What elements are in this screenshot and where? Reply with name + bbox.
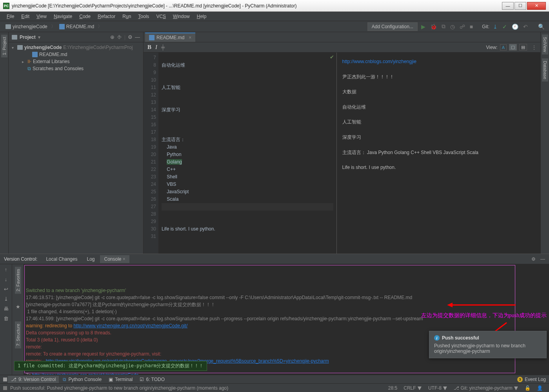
folder-icon	[5, 24, 11, 29]
main-body: 1: Project Project ▾ ⊕ ⯑ | ⚙ — ▾ yinzhen…	[0, 32, 549, 254]
minimize-button[interactable]: —	[502, 2, 514, 10]
hide-icon[interactable]: —	[135, 34, 140, 40]
menu-tools[interactable]: Tools	[135, 13, 152, 20]
up-icon[interactable]: ↑	[5, 267, 7, 272]
statusbar-toggle-icon[interactable]	[3, 386, 7, 390]
status-git-branch[interactable]: ⎇ Git: yinzhengjie-pycharm ⯆	[451, 385, 522, 391]
stop-icon[interactable]: ■	[469, 24, 474, 30]
view-split-button[interactable]: ▢	[509, 44, 517, 51]
status-encoding[interactable]: UTF-8 ⯆	[425, 385, 451, 391]
tree-scratches[interactable]: ⧉ Scratches and Consoles	[9, 65, 143, 72]
status-line-ending[interactable]: CRLF ⯆	[400, 385, 425, 391]
preview-link[interactable]: http://www.cnblogs.com/yinzhengjie	[342, 59, 416, 64]
coverage-icon[interactable]: ⧉	[440, 23, 447, 30]
event-log-button[interactable]: 3 Event Log	[517, 377, 546, 382]
code-editor[interactable]: 7891011121314151617181920212223242526272…	[144, 53, 336, 254]
tab-project[interactable]: 1: Project	[1, 34, 7, 57]
menu-refactor[interactable]: Refactor	[95, 13, 118, 20]
tool-todo[interactable]: ☑6: TODO	[136, 376, 168, 383]
project-panel: Project ▾ ⊕ ⯑ | ⚙ — ▾ yinzhengjieCode E:…	[9, 32, 144, 254]
trash-icon[interactable]: 🗑	[4, 316, 9, 321]
commit-status-bar[interactable]: 1 file committed: 这是Pycharm的yinzhengjie-…	[14, 361, 207, 371]
status-caret-pos[interactable]: 28:5	[385, 385, 400, 391]
menu-code[interactable]: Code	[76, 13, 93, 20]
tab-database[interactable]: Database	[542, 58, 548, 82]
vcs-commit-icon[interactable]: ✓	[501, 24, 508, 30]
tree-scratch-label: Scratches and Consoles	[33, 66, 84, 71]
status-message: Push successful: Pushed yinzhengjie-pych…	[7, 385, 231, 391]
editor-tab-label: README.md	[156, 35, 184, 40]
select-opened-icon[interactable]: ⯑	[117, 34, 122, 40]
main-menu: File Edit View Navigate Code Refactor Ru…	[0, 12, 549, 21]
push-success-notification[interactable]: iPush successful Pushed yinzhengjie-pych…	[429, 331, 547, 358]
tab-favorites[interactable]: 2: Favorites	[15, 267, 21, 294]
toolwindow-toggle-icon[interactable]	[3, 377, 7, 381]
vcs-history-icon[interactable]: 🕘	[511, 24, 520, 30]
print-icon[interactable]: 🖶	[4, 306, 9, 312]
menu-file[interactable]: File	[4, 13, 17, 20]
bottom-tool-strip: ⎇9: Version Control ⧉Python Console ▣Ter…	[0, 375, 549, 383]
vc-tab-console[interactable]: Console ×	[100, 255, 129, 263]
wrap-icon[interactable]: ↩	[4, 286, 8, 292]
hr-button[interactable]: ╪	[161, 44, 165, 50]
editor-tab-readme[interactable]: README.md ×	[145, 33, 195, 42]
tree-external-libraries[interactable]: ▸⊪ External Libraries	[9, 58, 143, 65]
menu-window[interactable]: Window	[170, 13, 193, 20]
vc-tab-log[interactable]: Log	[83, 255, 98, 263]
vcs-revert-icon[interactable]: ↶	[522, 24, 529, 30]
tree-root[interactable]: ▾ yinzhengjieCode E:\YinzhengjieCode\Pyc…	[9, 44, 143, 51]
gear-icon[interactable]: ⚙	[128, 34, 133, 40]
vc-tab-local[interactable]: Local Changes	[42, 255, 81, 263]
tree-extlib-label: External Libraries	[33, 59, 69, 64]
tool-python-console[interactable]: ⧉Python Console	[60, 376, 105, 383]
italic-button[interactable]: I	[155, 44, 157, 51]
maximize-button[interactable]: ☐	[514, 2, 526, 10]
code-content[interactable]: ✔ 自动化运维 人工智能 深度学习 主流语言： Java Python Gola…	[158, 53, 336, 254]
run-icon[interactable]: ▶	[420, 24, 427, 30]
menu-help[interactable]: Help	[194, 13, 209, 20]
vcs-update-icon[interactable]: ⤓	[492, 24, 499, 30]
view-label: View:	[486, 45, 498, 50]
menu-run[interactable]: Run	[120, 13, 134, 20]
project-tree[interactable]: ▾ yinzhengjieCode E:\YinzhengjieCode\Pyc…	[9, 42, 143, 74]
add-configuration-button[interactable]: Add Configuration...	[367, 22, 418, 31]
tree-file-readme[interactable]: README.md	[9, 51, 143, 58]
editor-area: README.md × B I ╪ View: A ▢ ▤ ⋮ 78910111…	[144, 32, 540, 254]
notification-title: Push successful	[442, 335, 479, 341]
view-source-button[interactable]: A	[500, 44, 507, 51]
close-button[interactable]: ✕	[527, 2, 546, 10]
debug-icon[interactable]: 🐞	[429, 24, 438, 30]
gear-icon[interactable]: ⚙	[531, 256, 536, 262]
menu-navigate[interactable]: Navigate	[51, 13, 75, 20]
tool-terminal[interactable]: ▣Terminal	[105, 376, 136, 383]
view-preview-button[interactable]: ▤	[519, 44, 527, 51]
close-icon[interactable]: ×	[189, 35, 191, 40]
status-readonly-icon[interactable]: 🔓	[522, 385, 534, 391]
window-titlebar: PC yinzhengjieCode [E:\YinzhengjieCode\P…	[0, 0, 549, 12]
preview-text: Life is short. I use python.	[342, 164, 535, 171]
profile-icon[interactable]: ◷	[449, 24, 456, 30]
breadcrumb-file[interactable]: README.md	[57, 23, 96, 30]
tool-version-control[interactable]: ⎇9: Version Control	[8, 376, 59, 383]
tab-structure[interactable]: 7: Structure	[15, 321, 21, 348]
toolbar-more-icon[interactable]: ⋮	[532, 45, 536, 50]
menu-vcs[interactable]: VCS	[153, 13, 169, 20]
pycharm-icon: PC	[3, 3, 9, 9]
hide-icon[interactable]: —	[540, 256, 545, 262]
status-memory-icon[interactable]: 👤	[534, 385, 546, 391]
tree-root-label: yinzhengjieCode	[24, 45, 62, 50]
down-icon[interactable]: ↓	[5, 276, 7, 282]
markdown-icon	[149, 35, 155, 40]
search-icon[interactable]: 🔍	[537, 24, 546, 30]
scroll-icon[interactable]: ⤓	[4, 296, 8, 302]
close-icon[interactable]: ×	[123, 256, 125, 262]
bold-button[interactable]: B	[147, 44, 151, 51]
menu-view[interactable]: View	[34, 13, 49, 20]
vc-tab-bar: Version Control: Local Changes Log Conso…	[0, 254, 549, 264]
breadcrumb-root[interactable]: yinzhengjieCode	[3, 23, 50, 30]
vc-left-gutter: ↑ ↓ ↩ ⤓ 🖶 🗑	[0, 264, 12, 375]
scroll-from-source-icon[interactable]: ⊕	[110, 34, 115, 40]
tab-sciview[interactable]: SciView	[542, 34, 548, 54]
concurrency-icon[interactable]: ☍	[458, 24, 466, 30]
menu-edit[interactable]: Edit	[18, 13, 32, 20]
